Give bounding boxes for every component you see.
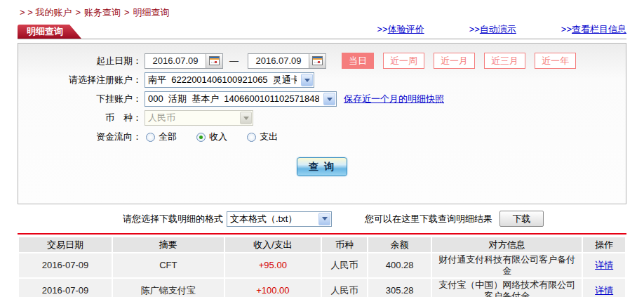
sub-account-value: 000 活期 基本户 1406600101102571848 [148,93,319,105]
quick-range-last-3-months[interactable]: 近三月 [484,53,525,69]
breadcrumb-item[interactable]: 账务查询 [84,7,121,18]
download-hint: 您可以在这里下载查询明细结果 [365,213,492,225]
radio-icon[interactable] [247,133,256,142]
flow-radio-all[interactable]: 全部 [146,131,177,143]
column-header: 币种 [322,237,367,252]
header-link-experience-review[interactable]: >>体验评价 [377,23,424,36]
header-link-label: 查看栏目信息 [572,24,626,34]
chevron-down-icon[interactable] [318,213,330,225]
breadcrumb: > > 我的账户>账务查询>明细查询 [0,0,644,19]
cell-action: 详情 [583,253,625,277]
chevron-down-icon[interactable] [323,93,335,105]
save-snapshot-link[interactable]: 保存近一个月的明细快照 [344,93,444,105]
title-tab-row: 明细查询 >>体验评价>>自动演示>>查看栏目信息 [18,25,626,39]
register-account-value: 南平 6222001406100921065 灵通卡 [148,74,297,86]
table-body: 2016-07-09CFT+95.00人民币400.28财付通支付科技有限公司客… [19,253,625,297]
column-header: 摘要 [113,237,224,252]
transactions-table: 交易日期摘要收入/支出币种余额对方信息操作 2016-07-09CFT+95.0… [18,236,626,297]
date-from-value[interactable]: 2016.07.09 [145,54,206,68]
double-arrow-icon: >> [469,24,480,34]
header-link-auto-demo[interactable]: >>自动演示 [469,23,516,36]
currency-label: 币 种： [18,112,142,124]
quick-date-buttons: 当日近一周近一月近三月近一年 [342,53,585,69]
double-arrow-icon: >> [561,24,572,34]
flow-direction-row: 资金流向： 全部收入支出 [18,129,626,145]
cell-counterparty: 财付通支付科技有限公司客户备付金 [432,253,582,277]
cell-date: 2016-07-09 [19,253,112,277]
double-arrow-icon: >> [377,24,387,34]
date-from-calendar-button[interactable] [206,54,222,68]
currency-select-disabled: 人民币 [145,110,253,126]
cell-counterparty: 支付宝（中国）网络技术有限公司客户备付金 [432,279,582,297]
cell-amount: +95.00 [225,253,321,277]
download-button[interactable]: 下载 [499,211,544,227]
detail-query-page: > > 我的账户>账务查询>明细查询 明细查询 >>体验评价>>自动演示>>查看… [0,0,644,297]
breadcrumb-separator: > [121,7,133,18]
flow-direction-label: 资金流向： [18,131,142,143]
detail-link[interactable]: 详情 [595,285,613,296]
column-header: 余额 [368,237,431,252]
quick-range-today[interactable]: 当日 [342,53,374,69]
column-header: 交易日期 [19,237,112,252]
cell-balance: 305.28 [368,279,431,297]
detail-link[interactable]: 详情 [595,260,613,270]
chevron-down-icon [240,112,252,124]
table-row: 2016-07-09CFT+95.00人民币400.28财付通支付科技有限公司客… [19,253,625,277]
radio-icon[interactable] [146,133,155,142]
table-header-row: 交易日期摘要收入/支出币种余额对方信息操作 [19,237,625,252]
date-to-value[interactable]: 2016.07.09 [248,54,309,68]
sub-account-label: 下挂账户： [18,93,142,105]
currency-row: 币 种： 人民币 [18,110,626,126]
date-to-field[interactable]: 2016.07.09 [248,53,326,69]
column-header: 操作 [583,237,625,252]
cell-amount: +100.00 [225,279,321,297]
download-format-value: 文本格式（.txt） [230,213,297,225]
register-account-select[interactable]: 南平 6222001406100921065 灵通卡 [145,72,314,88]
quick-range-last-year[interactable]: 近一年 [535,53,576,69]
query-button[interactable]: 查 询 [297,157,347,176]
flow-radio-group: 全部收入支出 [146,131,297,143]
download-format-label: 请您选择下载明细的格式 [123,213,223,225]
breadcrumb-separator: > [72,7,84,18]
cell-currency: 人民币 [322,279,367,297]
cell-summary: CFT [113,253,224,277]
quick-range-last-month[interactable]: 近一月 [434,53,475,69]
flow-radio-expense[interactable]: 支出 [247,131,278,143]
breadcrumb-item[interactable]: 明细查询 [133,7,170,18]
register-account-label: 请选择注册账户： [18,74,142,86]
cell-summary: 陈广锦支付宝 [113,279,224,297]
flow-radio-income[interactable]: 收入 [196,131,227,143]
calendar-icon [209,56,220,65]
sub-account-row: 下挂账户： 000 活期 基本户 1406600101102571848 保存近… [18,91,626,107]
sub-account-select[interactable]: 000 活期 基本户 1406600101102571848 [145,91,337,107]
quick-range-last-week[interactable]: 近一周 [383,53,424,69]
column-header: 对方信息 [432,237,582,252]
date-to-calendar-button[interactable] [309,54,326,68]
chevron-down-icon[interactable] [301,74,313,86]
date-range-dash: — [229,55,239,66]
flow-radio-label: 全部 [159,131,177,143]
table-row: 2016-07-09陈广锦支付宝+100.00人民币305.28支付宝（中国）网… [19,279,625,297]
date-from-field[interactable]: 2016.07.09 [145,53,223,69]
cell-currency: 人民币 [322,253,367,277]
date-range-row: 起止日期： 2016.07.09 — 2016.07.09 当日近一周近一月近三… [18,53,626,69]
query-form-panel: 起止日期： 2016.07.09 — 2016.07.09 当日近一周近一月近三… [18,43,626,204]
currency-value: 人民币 [148,112,175,124]
flow-radio-label: 收入 [209,131,227,143]
page-title-tab: 明细查询 [18,25,81,39]
breadcrumb-item[interactable]: 我的账户 [35,7,72,18]
download-format-select[interactable]: 文本格式（.txt） [227,211,332,227]
breadcrumb-prefix: > > [20,7,35,18]
radio-selected-icon[interactable] [196,133,206,142]
date-range-label: 起止日期： [18,55,142,67]
header-link-view-column-info[interactable]: >>查看栏目信息 [561,23,626,36]
register-account-row: 请选择注册账户： 南平 6222001406100921065 灵通卡 [18,72,626,88]
header-links: >>体验评价>>自动演示>>查看栏目信息 [332,23,626,39]
flow-radio-label: 支出 [260,131,278,143]
cell-balance: 400.28 [368,253,431,277]
column-header: 收入/支出 [225,237,321,252]
download-row: 请您选择下载明细的格式 文本格式（.txt） 您可以在这里下载查询明细结果 下载 [123,211,644,227]
cell-date: 2016-07-09 [19,279,112,297]
table-top-divider [18,233,626,235]
header-link-label: 体验评价 [388,24,424,34]
